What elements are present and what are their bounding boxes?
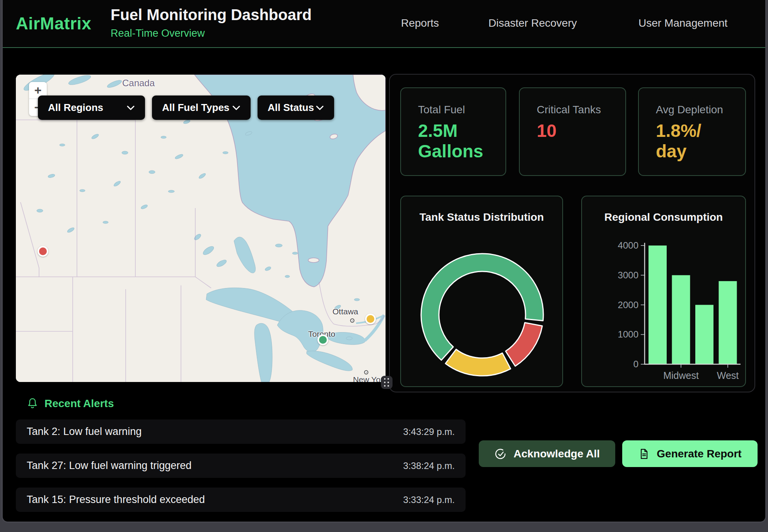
map-label-canada: Canada: [122, 78, 155, 89]
status-filter-dropdown[interactable]: All Status: [258, 95, 334, 120]
generate-report-label: Generate Report: [657, 448, 741, 460]
y-tick-label: 2000: [618, 300, 638, 310]
header: AirMatrix Fuel Monitoring Dashboard Real…: [3, 0, 765, 48]
newyork-town-dot: [364, 370, 369, 375]
map-label-ottawa: Ottawa: [333, 307, 358, 316]
bell-icon: [27, 397, 38, 410]
doughnut-segment-warning[interactable]: [445, 349, 511, 376]
acknowledge-all-button[interactable]: Acknowledge All: [479, 440, 615, 467]
tank-status-doughnut-chart: [401, 231, 564, 387]
nav-disaster-recovery[interactable]: Disaster Recovery: [488, 17, 577, 29]
alert-text: Tank 2: Low fuel warning: [27, 426, 142, 438]
stat-label: Total Fuel: [418, 104, 505, 116]
bar-0[interactable]: [649, 246, 667, 364]
region-filter-dropdown[interactable]: All Regions: [38, 95, 145, 120]
stat-card-avg-depletion: Avg Depletion 1.8%/ day: [638, 87, 746, 176]
recent-alerts-title: Recent Alerts: [44, 397, 114, 410]
chevron-down-icon: [126, 105, 135, 111]
map-filter-row: All Regions All Fuel Types All Status: [38, 95, 334, 120]
stat-value: 1.8%/ day: [656, 121, 745, 162]
tank-marker-normal[interactable]: [317, 334, 328, 345]
bar-1[interactable]: [672, 275, 690, 364]
bar-2[interactable]: [695, 305, 713, 365]
acknowledge-all-label: Acknowledge All: [514, 448, 600, 460]
status-filter-label: All Status: [268, 102, 314, 114]
check-circle-icon: [494, 448, 507, 460]
tank-marker-critical[interactable]: [38, 246, 48, 257]
brand-logo: AirMatrix: [16, 14, 91, 33]
stat-card-critical-tanks: Critical Tanks 10: [519, 87, 626, 176]
app-window: AirMatrix Fuel Monitoring Dashboard Real…: [2, 0, 766, 523]
stat-label: Critical Tanks: [537, 104, 625, 116]
bar-3[interactable]: [719, 281, 737, 364]
chevron-down-icon: [232, 105, 241, 111]
alert-row[interactable]: Tank 27: Low fuel warning triggered 3:38…: [16, 454, 466, 478]
generate-report-button[interactable]: Generate Report: [622, 440, 758, 467]
chart-title: Tank Status Distribution: [401, 211, 562, 223]
alert-text: Tank 15: Pressure threshold exceeded: [27, 494, 205, 506]
y-tick-label: 0: [633, 359, 638, 369]
page-title: Fuel Monitoring Dashboard: [111, 6, 312, 24]
alert-time: 3:43:29 p.m.: [403, 426, 455, 437]
regional-consumption-chart-card: Regional Consumption 01000200030004000Mi…: [581, 196, 746, 387]
nav-reports[interactable]: Reports: [401, 17, 439, 29]
y-tick-label: 4000: [618, 240, 638, 251]
y-tick-label: 1000: [618, 329, 638, 339]
ottawa-town-dot: [350, 319, 355, 323]
alert-row[interactable]: Tank 2: Low fuel warning 3:43:29 p.m.: [16, 419, 466, 444]
alert-row[interactable]: Tank 15: Pressure threshold exceeded 3:3…: [16, 488, 466, 512]
file-text-icon: [638, 448, 650, 460]
page-subtitle: Real-Time Overview: [111, 27, 312, 39]
y-tick-label: 3000: [618, 270, 638, 280]
chevron-down-icon: [316, 105, 324, 111]
region-filter-label: All Regions: [48, 102, 103, 114]
x-tick-label: Midwest: [663, 370, 699, 381]
stat-label: Avg Depletion: [656, 104, 745, 116]
map-panel[interactable]: Canada Ottawa Toronto New York + − All R…: [16, 75, 386, 382]
x-tick-label: West: [717, 370, 739, 381]
stat-value: 2.5M Gallons: [418, 121, 505, 162]
resize-grip-handle[interactable]: [381, 376, 393, 389]
doughnut-segment-critical[interactable]: [505, 323, 542, 366]
tank-marker-warning[interactable]: [365, 314, 376, 324]
fuel-type-filter-dropdown[interactable]: All Fuel Types: [152, 95, 251, 120]
tank-status-chart-card: Tank Status Distribution: [400, 196, 563, 387]
recent-alerts-heading: Recent Alerts: [27, 397, 114, 410]
nav-user-management[interactable]: User Management: [638, 17, 727, 29]
alert-time: 3:38:24 p.m.: [403, 460, 455, 471]
chart-title: Regional Consumption: [582, 211, 745, 223]
regional-consumption-bar-chart: 01000200030004000MidwestWest: [582, 231, 747, 387]
stat-value: 10: [537, 121, 625, 141]
stat-card-total-fuel: Total Fuel 2.5M Gallons: [400, 87, 506, 176]
fuel-filter-label: All Fuel Types: [162, 102, 229, 114]
alert-text: Tank 27: Low fuel warning triggered: [27, 460, 191, 472]
alert-time: 3:33:24 p.m.: [403, 494, 455, 505]
title-block: Fuel Monitoring Dashboard Real-Time Over…: [111, 6, 312, 39]
